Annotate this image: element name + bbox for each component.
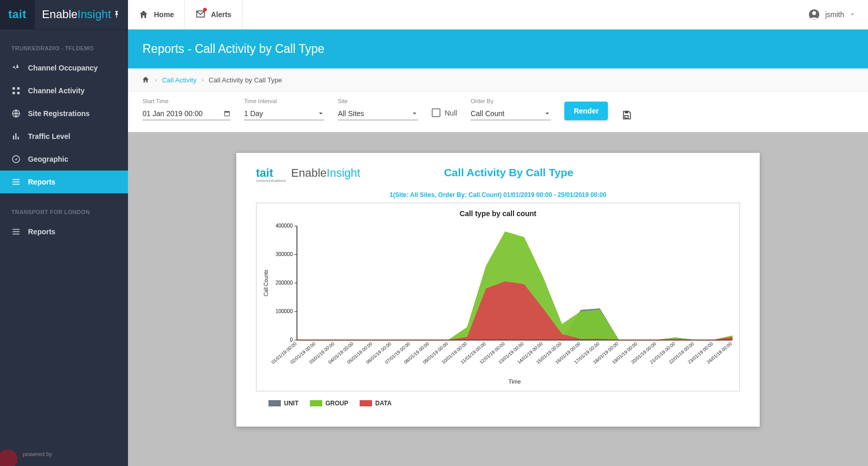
chevron-down-icon <box>411 110 418 117</box>
sidebar-item-label: Channel Occupancy <box>28 64 98 72</box>
orderby-field[interactable]: Call Count <box>471 107 551 120</box>
report-page: taitcommunications EnableInsight Call Ac… <box>236 153 760 427</box>
breadcrumb-separator: › <box>155 77 157 83</box>
svg-rect-18 <box>224 111 229 112</box>
chevron-down-icon <box>849 11 856 18</box>
brand-product-b: Insight <box>78 8 111 21</box>
svg-rect-14 <box>12 234 20 235</box>
user-menu[interactable]: jsmith <box>796 9 868 20</box>
globe-icon <box>11 109 21 118</box>
sidebar-item-reports[interactable]: Reports <box>0 171 128 193</box>
nav-alerts-label: Alerts <box>211 10 232 19</box>
page-title: Reports - Call Activity by Call Type <box>128 30 868 68</box>
null-label: Null <box>445 109 457 117</box>
brand-company-logo: tait <box>0 0 35 29</box>
mail-icon <box>195 9 206 21</box>
svg-rect-13 <box>12 231 20 232</box>
bar-chart-icon <box>11 132 21 141</box>
svg-rect-9 <box>12 179 20 180</box>
legend-label: DATA <box>375 400 392 407</box>
powered-by-label: powered by <box>23 451 52 457</box>
legend-swatch <box>360 400 372 406</box>
legend-label: UNIT <box>284 400 298 407</box>
svg-text:200000: 200000 <box>276 280 293 286</box>
sidebar-item-label: Traffic Level <box>28 132 70 140</box>
sidebar-item-site-registrations[interactable]: Site Registrations <box>0 102 128 125</box>
svg-rect-7 <box>18 137 19 139</box>
sidebar-section-1: TRUNKEDRADIO - TFLDEMO <box>0 30 128 57</box>
pin-icon[interactable] <box>112 10 121 19</box>
legend-item-group: GROUP <box>310 400 348 407</box>
orderby-label: Order By <box>471 98 551 104</box>
breadcrumb-separator: › <box>202 77 204 83</box>
sidebar-item-traffic-level[interactable]: Traffic Level <box>0 125 128 148</box>
sidebar-item-channel-activity[interactable]: Channel Activity <box>0 79 128 102</box>
svg-text:400000: 400000 <box>276 223 293 229</box>
save-icon[interactable] <box>621 110 632 120</box>
breadcrumb-link[interactable]: Call Activity <box>162 76 196 84</box>
chart-legend: UNIT GROUP DATA <box>256 400 740 407</box>
svg-rect-6 <box>16 133 17 139</box>
report-viewport[interactable]: taitcommunications EnableInsight Call Ac… <box>128 132 868 466</box>
home-icon <box>138 9 149 20</box>
orderby-value: Call Count <box>471 109 504 118</box>
sidebar-item-channel-occupancy[interactable]: Channel Occupancy <box>0 57 128 79</box>
breadcrumb-home-icon[interactable] <box>141 76 150 84</box>
start-time-field[interactable]: 01 Jan 2019 00:00 <box>143 107 231 120</box>
user-name: jsmith <box>825 10 844 19</box>
brand-header: tait EnableInsight <box>0 0 128 30</box>
legend-item-data: DATA <box>360 400 392 407</box>
filter-bar: Start Time 01 Jan 2019 00:00 Time Interv… <box>128 92 868 132</box>
breadcrumb-current: Call Activity by Call Type <box>209 76 282 84</box>
list-icon <box>11 177 21 187</box>
svg-text:Call Counts: Call Counts <box>263 270 269 296</box>
nav-home-label: Home <box>154 10 174 19</box>
list-icon <box>11 227 21 236</box>
sidebar-item-label: Geographic <box>28 155 68 163</box>
sidebar-item-label: Site Registrations <box>28 109 90 118</box>
legend-swatch <box>310 400 322 406</box>
svg-rect-12 <box>12 229 20 230</box>
render-button[interactable]: Render <box>564 102 608 120</box>
site-value: All Sites <box>338 109 364 118</box>
null-checkbox[interactable] <box>432 108 440 117</box>
report-brand-company: tait <box>256 166 273 179</box>
site-field[interactable]: All Sites <box>338 107 418 120</box>
time-interval-value: 1 Day <box>244 109 263 118</box>
sidebar: tait EnableInsight TRUNKEDRADIO - TFLDEM… <box>0 0 128 466</box>
site-label: Site <box>338 98 418 104</box>
report-brand-company-sub: communications <box>256 178 286 183</box>
start-time-label: Start Time <box>143 98 231 104</box>
nav-home[interactable]: Home <box>128 0 185 29</box>
time-interval-field[interactable]: 1 Day <box>244 107 324 120</box>
svg-rect-10 <box>12 181 20 182</box>
sidebar-item-label: Channel Activity <box>28 87 84 95</box>
svg-point-16 <box>813 11 816 15</box>
sidebar-item-label: Reports <box>28 178 55 186</box>
legend-swatch <box>268 400 281 406</box>
svg-text:0: 0 <box>290 337 293 343</box>
chevron-down-icon <box>317 110 324 117</box>
legend-label: GROUP <box>325 400 348 407</box>
report-subtitle: 1(Site: All Sites, Order By: Call Count)… <box>256 191 740 199</box>
brand-company: tait <box>8 8 26 21</box>
report-brand: taitcommunications EnableInsight <box>256 166 360 183</box>
calendar-icon <box>223 110 231 117</box>
compass-icon <box>11 154 21 164</box>
svg-text:300000: 300000 <box>276 251 293 257</box>
svg-rect-5 <box>13 136 14 140</box>
chevron-down-icon <box>544 110 551 117</box>
sidebar-item-label: Reports <box>28 228 55 236</box>
svg-rect-2 <box>12 92 15 94</box>
topbar: Home Alerts jsmith <box>128 0 868 30</box>
svg-rect-20 <box>625 116 629 118</box>
svg-text:Time: Time <box>508 378 521 385</box>
nav-alerts[interactable]: Alerts <box>185 0 243 29</box>
start-time-value: 01 Jan 2019 00:00 <box>143 109 203 118</box>
sidebar-item-geographic[interactable]: Geographic <box>0 148 128 171</box>
svg-rect-0 <box>12 87 15 90</box>
sidebar-item-tfl-reports[interactable]: Reports <box>0 220 128 243</box>
report-brand-product-a: Enable <box>291 166 327 179</box>
svg-text:100000: 100000 <box>276 308 293 314</box>
breadcrumb: › Call Activity › Call Activity by Call … <box>128 68 868 92</box>
